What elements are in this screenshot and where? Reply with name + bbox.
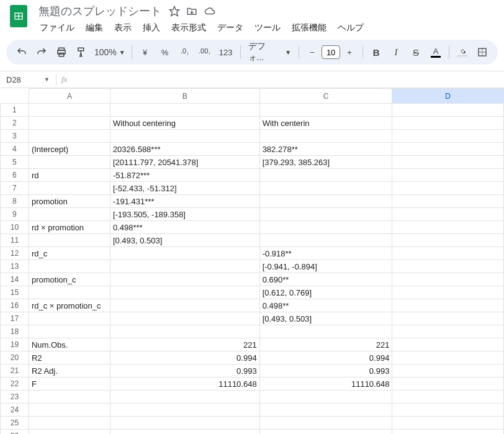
cell[interactable]: promotion_c [29, 273, 110, 286]
cell[interactable]: 0.994 [110, 351, 259, 364]
row-header[interactable]: 19 [1, 338, 29, 351]
cell[interactable]: Num.Obs. [29, 338, 110, 351]
cell[interactable]: (Intercept) [29, 143, 110, 156]
doc-title[interactable]: 無題のスプレッドシート [35, 4, 165, 19]
menu-format[interactable]: 表示形式 [166, 20, 211, 36]
cell[interactable] [29, 104, 110, 117]
increase-decimal-button[interactable]: .00↑ [196, 43, 214, 61]
cell[interactable] [392, 417, 504, 430]
star-icon[interactable] [169, 6, 180, 17]
cell[interactable]: 221 [110, 338, 259, 351]
cell[interactable] [392, 117, 504, 130]
increase-font-button[interactable]: + [340, 43, 359, 61]
cell[interactable] [29, 260, 110, 273]
decrease-font-button[interactable]: − [303, 43, 322, 61]
cell[interactable] [392, 312, 504, 325]
cell[interactable]: [379.293, 385.263] [259, 156, 392, 169]
cell[interactable] [110, 404, 259, 417]
cell[interactable]: -51.872*** [110, 169, 259, 182]
cell[interactable] [29, 130, 110, 143]
font-select[interactable]: デフォ...▼ [245, 41, 295, 63]
cell[interactable]: rd_c × promotion_c [29, 299, 110, 312]
cell[interactable] [110, 286, 259, 299]
menu-view[interactable]: 表示 [109, 20, 137, 36]
cell[interactable] [259, 104, 392, 117]
cell[interactable] [392, 377, 504, 391]
cell[interactable] [110, 325, 259, 338]
row-header[interactable]: 25 [1, 417, 29, 430]
cell[interactable]: [0.612, 0.769] [259, 286, 392, 299]
cell[interactable]: 0.690** [259, 273, 392, 286]
cloud-icon[interactable] [204, 6, 216, 17]
row-header[interactable]: 6 [1, 169, 29, 182]
currency-button[interactable]: ¥ [136, 43, 155, 61]
cell[interactable]: 221 [259, 338, 392, 351]
cell[interactable]: 0.498*** [110, 221, 259, 234]
row-header[interactable]: 18 [1, 325, 29, 338]
cell[interactable]: Without centering [110, 117, 259, 130]
cell[interactable]: 0.993 [259, 364, 392, 377]
cell[interactable] [392, 325, 504, 338]
row-header[interactable]: 4 [1, 143, 29, 156]
borders-button[interactable] [473, 43, 492, 61]
cell[interactable] [29, 156, 110, 169]
row-header[interactable]: 3 [1, 130, 29, 143]
cell[interactable] [392, 391, 504, 404]
col-header-d[interactable]: D [392, 89, 504, 104]
cell[interactable]: 382.278** [259, 143, 392, 156]
cell[interactable] [110, 273, 259, 286]
italic-button[interactable]: I [387, 43, 405, 61]
cell[interactable] [392, 156, 504, 169]
cell[interactable] [29, 208, 110, 221]
cell[interactable] [392, 338, 504, 351]
col-header-b[interactable]: B [110, 89, 259, 104]
row-header[interactable]: 10 [1, 221, 29, 234]
row-header[interactable]: 2 [1, 117, 29, 130]
cell[interactable]: [20111.797, 20541.378] [110, 156, 259, 169]
move-icon[interactable] [186, 6, 197, 17]
menu-tools[interactable]: ツール [250, 20, 286, 36]
cell[interactable]: promotion [29, 195, 110, 208]
cell[interactable]: rd_c [29, 247, 110, 260]
row-header[interactable]: 11 [1, 234, 29, 247]
cell[interactable] [392, 182, 504, 195]
cell[interactable] [392, 273, 504, 286]
cell[interactable] [392, 247, 504, 260]
cell[interactable]: 0.498** [259, 299, 392, 312]
cell[interactable]: -0.918** [259, 247, 392, 260]
cell[interactable] [110, 130, 259, 143]
cell[interactable] [392, 221, 504, 234]
cell[interactable] [392, 430, 504, 435]
cell[interactable]: [-193.505, -189.358] [110, 208, 259, 221]
undo-button[interactable] [12, 43, 31, 61]
cell[interactable] [392, 260, 504, 273]
row-header[interactable]: 26 [1, 430, 29, 435]
cell[interactable] [392, 234, 504, 247]
cell[interactable] [29, 286, 110, 299]
number-format-button[interactable]: 123 [215, 43, 236, 61]
cell[interactable] [259, 234, 392, 247]
spreadsheet-grid[interactable]: A B C D 12Without centeringWith centerin… [0, 88, 504, 434]
cell[interactable] [392, 286, 504, 299]
cell[interactable] [259, 325, 392, 338]
cell[interactable] [29, 182, 110, 195]
cell[interactable]: 11110.648 [110, 377, 259, 391]
cell[interactable] [259, 195, 392, 208]
row-header[interactable]: 22 [1, 377, 29, 391]
col-header-a[interactable]: A [29, 89, 110, 104]
cell[interactable]: R2 [29, 351, 110, 364]
cell[interactable] [110, 312, 259, 325]
row-header[interactable]: 14 [1, 273, 29, 286]
menu-file[interactable]: ファイル [35, 20, 79, 36]
cell[interactable] [110, 299, 259, 312]
row-header[interactable]: 9 [1, 208, 29, 221]
cell[interactable]: R2 Adj. [29, 364, 110, 377]
cell[interactable] [110, 430, 259, 435]
cell[interactable] [259, 169, 392, 182]
row-header[interactable]: 12 [1, 247, 29, 260]
cell[interactable] [392, 364, 504, 377]
decrease-decimal-button[interactable]: .0↓ [176, 43, 194, 61]
cell[interactable] [29, 404, 110, 417]
row-header[interactable]: 7 [1, 182, 29, 195]
cell[interactable] [392, 130, 504, 143]
